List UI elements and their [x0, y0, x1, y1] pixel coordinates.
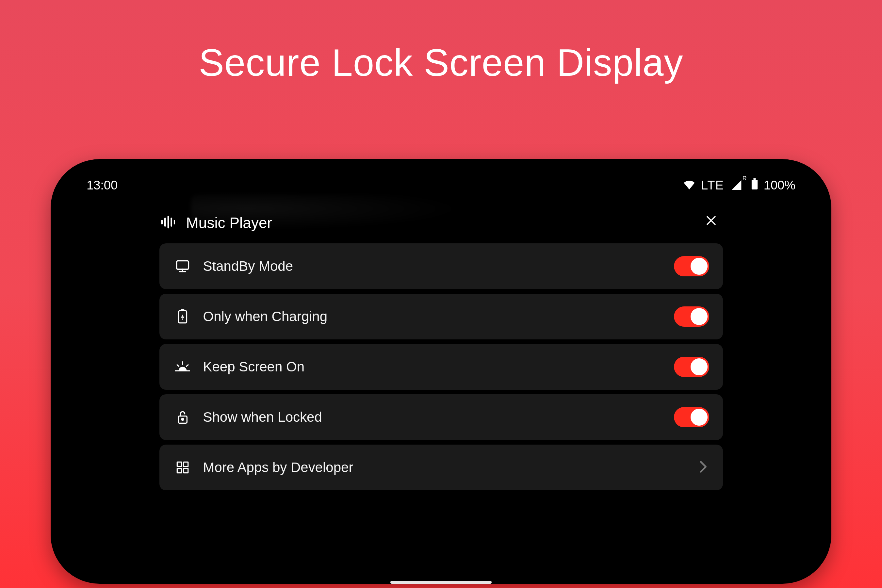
settings-list: StandBy Mode Only when Charging Keep Scr…: [159, 243, 723, 490]
toggle-knob: [691, 409, 708, 426]
svg-rect-23: [184, 468, 188, 472]
monitor-icon: [173, 259, 192, 273]
svg-rect-2: [161, 220, 163, 224]
setting-keep-screen-on[interactable]: Keep Screen On: [159, 344, 723, 390]
svg-rect-6: [174, 220, 175, 224]
toggle-knob: [691, 358, 708, 375]
svg-line-17: [186, 365, 188, 366]
home-indicator[interactable]: [390, 581, 492, 584]
svg-rect-0: [752, 179, 758, 189]
battery-percentage: 100%: [764, 178, 795, 192]
brightness-icon: [173, 360, 192, 374]
svg-rect-22: [177, 468, 181, 472]
close-button[interactable]: [702, 212, 720, 231]
setting-label: StandBy Mode: [203, 258, 674, 274]
setting-label: Only when Charging: [203, 309, 674, 324]
svg-rect-1: [753, 178, 756, 180]
app-header: Music Player: [159, 211, 723, 243]
svg-rect-13: [181, 309, 184, 310]
setting-more-apps[interactable]: More Apps by Developer: [159, 445, 723, 490]
toggle-locked[interactable]: [674, 407, 709, 427]
setting-standby-mode[interactable]: StandBy Mode: [159, 243, 723, 289]
setting-label: More Apps by Developer: [203, 460, 699, 475]
svg-rect-5: [171, 218, 172, 227]
wifi-icon: [683, 178, 695, 192]
svg-rect-4: [167, 216, 169, 229]
toggle-knob: [691, 258, 708, 275]
chevron-right-icon: [699, 460, 707, 474]
app-title: Music Player: [186, 214, 272, 232]
setting-label: Keep Screen On: [203, 359, 674, 375]
toggle-knob: [691, 308, 708, 325]
toggle-charging[interactable]: [674, 306, 709, 327]
svg-point-19: [182, 418, 184, 420]
network-label: LTE: [701, 178, 724, 192]
roaming-indicator: R: [742, 175, 747, 185]
setting-show-when-locked[interactable]: Show when Locked: [159, 394, 723, 440]
setting-only-charging[interactable]: Only when Charging: [159, 294, 723, 339]
lock-icon: [173, 410, 192, 424]
svg-rect-9: [176, 261, 189, 270]
svg-line-16: [177, 365, 178, 366]
svg-rect-3: [164, 218, 166, 227]
promo-title: Secure Lock Screen Display: [0, 41, 882, 85]
toggle-standby[interactable]: [674, 256, 709, 276]
setting-label: Show when Locked: [203, 410, 674, 425]
toggle-keep-screen[interactable]: [674, 357, 709, 377]
svg-rect-20: [177, 462, 181, 466]
signal-icon: R: [730, 180, 747, 190]
device-frame: 13:00 LTE R 100%: [51, 159, 831, 584]
status-time: 13:00: [87, 178, 118, 192]
battery-charging-icon: [173, 309, 192, 324]
status-right: LTE R 100%: [683, 178, 795, 192]
settings-panel: Music Player StandBy Mode Only when Char…: [159, 211, 723, 490]
equalizer-icon: [161, 215, 175, 231]
battery-icon: [752, 178, 758, 192]
svg-rect-21: [184, 462, 188, 466]
apps-grid-icon: [173, 461, 192, 474]
